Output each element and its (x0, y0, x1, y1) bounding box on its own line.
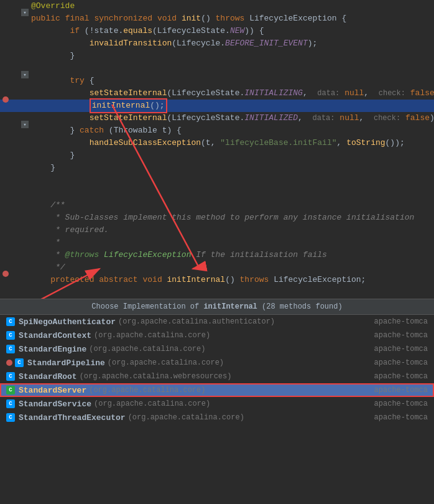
method-name-bold: initInternal (203, 302, 257, 311)
impl-icon: C (6, 413, 15, 422)
line-content: * Sub-classes implement this method to p… (25, 212, 434, 224)
impl-source: apache-tomca (374, 386, 428, 394)
panel-header: Choose Implementation of initInternal (2… (0, 299, 434, 315)
line-content (25, 174, 434, 187)
impl-class-name: StandardThreadExecutor (19, 413, 126, 422)
impl-item-standardroot[interactable]: C StandardRoot (org.apache.catalina.webr… (0, 370, 434, 383)
impl-package: (org.apache.catalina.core) (108, 358, 224, 367)
impl-source: apache-tomca (374, 331, 428, 340)
code-line: handleSubClassException(t, "lifecycleBas… (0, 137, 434, 149)
line-content (25, 187, 434, 199)
line-content (25, 286, 434, 299)
line-content: */ (25, 261, 434, 274)
line-content: setStateInternal(LifecycleState.INITIALI… (25, 87, 434, 100)
impl-class-name: StandardContext (19, 331, 91, 340)
line-content: @Override (25, 0, 434, 12)
fold-icon[interactable]: ▾ (21, 121, 29, 128)
method-count: (28 methods found) (262, 302, 343, 311)
impl-class-name: StandardServer (19, 386, 86, 395)
line-content: invalidTransition(Lifecycle.BEFORE_INIT_… (25, 37, 434, 50)
code-line: } (0, 162, 434, 174)
code-line (0, 286, 434, 299)
code-line (0, 187, 434, 199)
line-content: * required. (25, 224, 434, 236)
impl-class-name: StandardEngine (19, 345, 86, 354)
impl-icon: C (6, 331, 15, 340)
implementation-list: C SpiNegoAuthenticator (org.apache.catal… (0, 315, 434, 424)
breakpoint-dot (6, 360, 12, 366)
line-content: handleSubClassException(t, "lifecycleBas… (25, 137, 434, 149)
implementation-panel: Choose Implementation of initInternal (2… (0, 299, 434, 424)
impl-package: (org.apache.catalina.core) (89, 345, 205, 353)
impl-package: (org.apache.catalina.core) (94, 331, 210, 340)
fold-icon[interactable]: ▾ (21, 71, 29, 78)
code-line: ▾ } catch (Throwable t) { (0, 124, 434, 137)
line-content: } catch (Throwable t) { (25, 124, 434, 137)
impl-item-standardpipeline[interactable]: C StandardPipeline (org.apache.catalina.… (0, 356, 434, 370)
impl-icon: C (6, 317, 15, 326)
impl-item-standardengine[interactable]: C StandardEngine (org.apache.catalina.co… (0, 342, 434, 356)
impl-item-standardcontext[interactable]: C StandardContext (org.apache.catalina.c… (0, 329, 434, 342)
impl-package: (org.apache.catalina.webresources) (80, 372, 232, 381)
impl-icon: C (6, 345, 15, 353)
line-content: /** (25, 199, 434, 212)
line-content: initInternal(); (25, 100, 434, 112)
line-content: try { (25, 75, 434, 87)
impl-item-standardthreadexecutor[interactable]: C StandardThreadExecutor (org.apache.cat… (0, 411, 434, 424)
impl-source: apache-tomca (374, 345, 428, 353)
code-line-try: ▾ try { (0, 75, 434, 87)
impl-class-name: SpiNegoAuthenticator (19, 317, 116, 327)
impl-class-name: StandardRoot (19, 372, 77, 381)
impl-source: apache-tomca (374, 399, 428, 408)
impl-package: (org.apache.catalina.core) (89, 386, 205, 394)
breakpoint-indicator (2, 96, 9, 103)
impl-icon: C (15, 358, 24, 367)
annotation: @Override (31, 1, 75, 11)
code-line: setStateInternal(LifecycleState.INITIALI… (0, 87, 434, 100)
line-content: } (25, 149, 434, 162)
line-content: } (25, 162, 434, 174)
code-line-protected: protected abstract void initInternal() t… (0, 274, 434, 286)
line-content: if (!state.equals(LifecycleState.NEW)) { (25, 25, 434, 37)
impl-source: apache-tomca (374, 317, 428, 326)
impl-package: (org.apache.catalina.core) (94, 399, 210, 408)
code-line-initinternal: initInternal(); (0, 100, 434, 112)
code-line: ▾ public final synchronized void init() … (0, 12, 434, 25)
line-content (25, 62, 434, 75)
impl-item-standardserver[interactable]: C StandardServer (org.apache.catalina.co… (0, 383, 434, 397)
breakpoint-indicator (2, 271, 9, 277)
impl-source: apache-tomca (374, 413, 428, 422)
impl-class-name: StandardService (19, 399, 91, 409)
code-line: } (0, 149, 434, 162)
code-line: invalidTransition(Lifecycle.BEFORE_INIT_… (0, 37, 434, 50)
code-line: @Override (0, 0, 434, 12)
impl-source: apache-tomca (374, 372, 428, 381)
impl-icon: C (6, 372, 15, 381)
impl-item-standardservice[interactable]: C StandardService (org.apache.catalina.c… (0, 397, 434, 411)
code-line (0, 174, 434, 187)
impl-item-spinegoauthenticator[interactable]: C SpiNegoAuthenticator (org.apache.catal… (0, 315, 434, 329)
impl-icon: C (6, 386, 15, 394)
code-line: */ (0, 261, 434, 274)
code-line: * (0, 236, 434, 249)
red-box-highlight: initInternal(); (90, 98, 167, 113)
code-line: * required. (0, 224, 434, 236)
line-content: * (25, 236, 434, 249)
code-line: if (!state.equals(LifecycleState.NEW)) { (0, 25, 434, 37)
line-content: setStateInternal(LifecycleState.INITIALI… (25, 112, 434, 124)
line-content: } (25, 50, 434, 62)
impl-class-name: StandardPipeline (27, 358, 105, 368)
fold-icon[interactable]: ▾ (21, 9, 29, 16)
code-line: setStateInternal(LifecycleState.INITIALI… (0, 112, 434, 124)
impl-icon: C (6, 399, 15, 408)
line-content: public final synchronized void init() th… (25, 12, 434, 25)
impl-source: apache-tomca (374, 358, 428, 367)
code-line (0, 62, 434, 75)
line-content: protected abstract void initInternal() t… (25, 274, 434, 286)
impl-package: (org.apache.catalina.authenticator) (118, 317, 275, 326)
code-line: * Sub-classes implement this method to p… (0, 212, 434, 224)
code-line: } (0, 50, 434, 62)
code-line: /** (0, 199, 434, 212)
line-content: * @throws LifecycleException If the init… (25, 249, 434, 261)
impl-package: (org.apache.catalina.core) (128, 413, 244, 422)
